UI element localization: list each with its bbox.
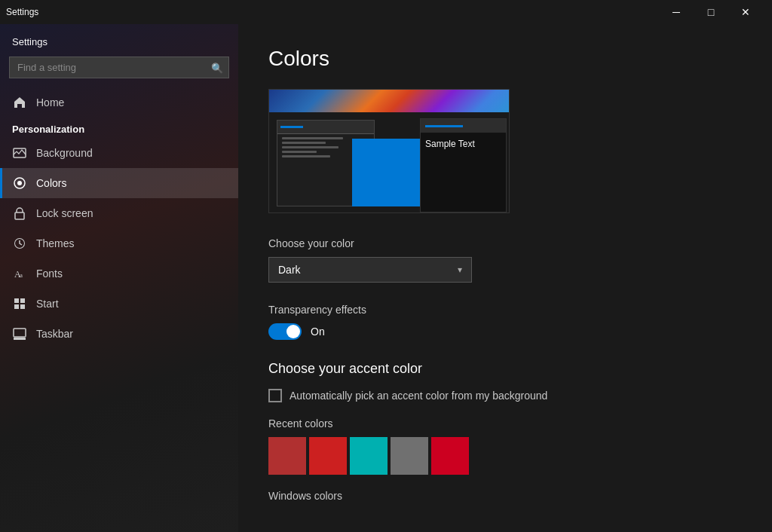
app-body: Settings 🔍 Home Personalization Ba (0, 24, 772, 532)
color-swatch-0[interactable] (268, 437, 306, 475)
svg-rect-10 (14, 329, 26, 337)
sidebar-item-taskbar[interactable]: Taskbar (0, 319, 238, 349)
color-preview: Aa Sample Text (268, 89, 510, 213)
accent-color-title: Choose your accent color (268, 361, 742, 377)
maximize-button[interactable]: □ (694, 0, 728, 24)
preview-line-3 (282, 146, 339, 148)
sidebar-item-fonts[interactable]: A a Fonts (0, 258, 238, 289)
sidebar: Settings 🔍 Home Personalization Ba (0, 24, 238, 532)
preview-line-4 (282, 151, 317, 153)
search-box: 🔍 (9, 57, 229, 78)
home-label: Home (36, 96, 64, 109)
accent-color-section: Choose your accent color Automatically p… (268, 361, 742, 502)
choose-color-section: Choose your color Dark ▾ (268, 237, 742, 283)
sidebar-item-lock-screen[interactable]: Lock screen (0, 198, 238, 228)
taskbar-icon (12, 326, 27, 341)
dropdown-arrow-icon: ▾ (458, 264, 462, 275)
svg-rect-3 (15, 212, 24, 219)
search-icon: 🔍 (211, 62, 223, 73)
color-dropdown[interactable]: Dark ▾ (268, 257, 472, 283)
preview-box-title-accent (425, 125, 463, 127)
taskbar-label: Taskbar (36, 328, 73, 340)
colors-icon (12, 176, 27, 191)
recent-colors-swatches (268, 437, 742, 475)
home-icon (12, 95, 27, 110)
sidebar-section-personalization: Personalization (0, 118, 238, 138)
svg-rect-11 (14, 338, 26, 340)
lock-icon (12, 206, 27, 221)
color-swatch-2[interactable] (350, 437, 388, 475)
search-input[interactable] (9, 57, 229, 78)
svg-text:a: a (20, 271, 23, 279)
sidebar-app-title: Settings (0, 30, 238, 57)
preview-blue-block: Aa (352, 139, 424, 206)
transparency-toggle-row: On (268, 323, 742, 340)
preview-line-1 (282, 137, 343, 139)
start-icon (12, 296, 27, 311)
sidebar-item-home[interactable]: Home (0, 87, 238, 118)
sidebar-item-colors[interactable]: Colors (0, 168, 238, 198)
sidebar-item-themes[interactable]: Themes (0, 228, 238, 258)
color-dropdown-value: Dark (278, 264, 301, 276)
colors-label: Colors (36, 177, 66, 189)
preview-sample-box: Sample Text (420, 118, 507, 212)
themes-icon (12, 236, 27, 251)
sidebar-item-start[interactable]: Start (0, 289, 238, 319)
auto-pick-row: Automatically pick an accent color from … (268, 389, 742, 402)
preview-sample-text: Sample Text (421, 133, 506, 155)
recent-colors-label: Recent colors (268, 417, 742, 430)
title-bar: Settings ─ □ ✕ (0, 0, 772, 24)
close-button[interactable]: ✕ (728, 0, 763, 24)
transparency-toggle[interactable] (268, 323, 302, 340)
fonts-label: Fonts (36, 268, 63, 280)
preview-box-titlebar (421, 119, 506, 133)
windows-colors-label: Windows colors (268, 490, 742, 502)
svg-rect-6 (14, 298, 19, 303)
auto-pick-checkbox[interactable] (268, 389, 282, 402)
preview-line-2 (282, 142, 326, 144)
svg-rect-7 (20, 298, 25, 303)
preview-line-5 (282, 155, 330, 157)
svg-rect-8 (14, 304, 19, 309)
auto-pick-label: Automatically pick an accent color from … (290, 390, 547, 402)
toggle-knob (286, 325, 300, 338)
app-title: Settings (6, 7, 38, 17)
fonts-icon: A a (12, 266, 27, 281)
color-swatch-4[interactable] (431, 437, 469, 475)
svg-rect-9 (20, 304, 25, 309)
preview-titlebar (277, 121, 374, 134)
svg-point-2 (17, 181, 22, 185)
start-label: Start (36, 298, 59, 310)
themes-label: Themes (36, 237, 75, 249)
transparency-section: Transparency effects On (268, 304, 742, 340)
lock-screen-label: Lock screen (36, 207, 93, 219)
background-label: Background (36, 147, 93, 159)
background-icon (12, 145, 27, 161)
minimize-button[interactable]: ─ (659, 0, 694, 24)
main-content: Colors Aa (238, 24, 772, 532)
page-title: Colors (268, 47, 742, 71)
window-controls: ─ □ ✕ (659, 0, 763, 24)
sidebar-item-background[interactable]: Background (0, 138, 238, 168)
color-swatch-1[interactable] (309, 437, 347, 475)
choose-color-label: Choose your color (268, 237, 742, 249)
toggle-on-label: On (311, 326, 325, 338)
transparency-label: Transparency effects (268, 304, 742, 316)
color-swatch-3[interactable] (391, 437, 428, 475)
